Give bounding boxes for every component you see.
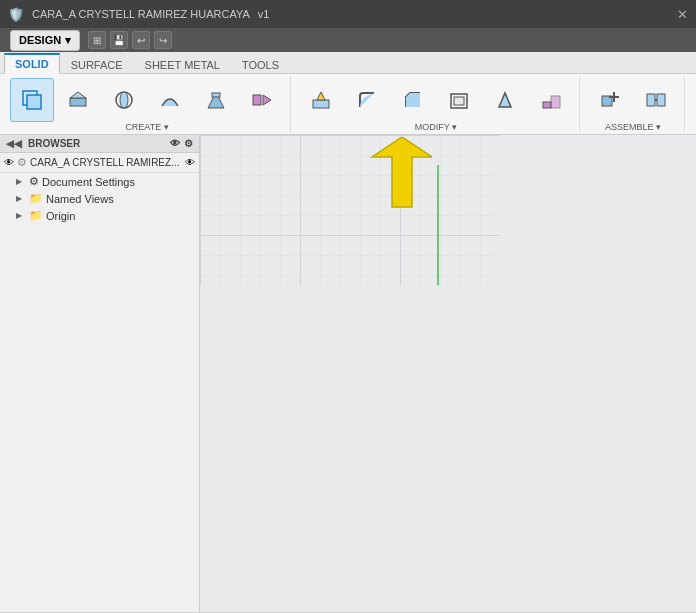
modify-label[interactable]: MODIFY ▾ (415, 122, 457, 132)
create-tools (10, 78, 284, 122)
assemble-tools (588, 78, 678, 122)
browser-header: ◀◀ BROWSER 👁 ⚙ (0, 135, 199, 153)
tool-press-pull[interactable] (299, 78, 343, 122)
svg-point-5 (120, 92, 128, 108)
design-arrow: ▾ (65, 34, 71, 47)
toolbar-section-construct: CONSTRUCT ▾ (687, 76, 696, 132)
tool-more-create[interactable] (240, 78, 284, 122)
browser-item-doc-settings[interactable]: ▶ ⚙ Document Settings (0, 173, 199, 190)
root-eye-icon[interactable]: 👁 (185, 157, 195, 168)
tool-sweep[interactable] (148, 78, 192, 122)
browser-root-item[interactable]: 👁 ⚙ CARA_A CRYSTELL RAMIREZ... 👁 (0, 153, 199, 173)
arrow-named-views: ▶ (16, 194, 26, 203)
svg-rect-2 (70, 98, 86, 106)
tool-chamfer[interactable] (391, 78, 435, 122)
browser-title: BROWSER (22, 138, 170, 149)
root-name: CARA_A CRYSTELL RAMIREZ... (30, 157, 182, 168)
design-label: DESIGN (19, 34, 61, 46)
tool-joint[interactable] (634, 78, 678, 122)
arrow-origin: ▶ (16, 211, 26, 220)
browser-visibility-icon[interactable]: 👁 (170, 138, 180, 149)
title-bar: 🛡️ CARA_A CRYSTELL RAMIREZ HUARCAYA v1 ✕ (0, 0, 696, 28)
app-title: CARA_A CRYSTELL RAMIREZ HUARCAYA (32, 8, 250, 20)
origin-icon: 📁 (29, 209, 43, 222)
svg-marker-9 (263, 95, 271, 105)
create-label[interactable]: CREATE ▾ (125, 122, 168, 132)
qa-save[interactable]: 💾 (110, 31, 128, 49)
tabs-row: SOLID SURFACE SHEET METAL TOOLS (0, 52, 696, 74)
svg-marker-3 (70, 92, 86, 98)
viewport[interactable] (200, 135, 696, 612)
svg-rect-16 (551, 96, 560, 108)
tool-new-comp-assemble[interactable] (588, 78, 632, 122)
assemble-label[interactable]: ASSEMBLE ▾ (605, 122, 661, 132)
qa-undo[interactable]: ↩ (132, 31, 150, 49)
toolbar-section-assemble: ASSEMBLE ▾ (582, 76, 685, 132)
tool-draft[interactable] (483, 78, 527, 122)
tab-surface[interactable]: SURFACE (60, 55, 134, 74)
tool-loft[interactable] (194, 78, 238, 122)
svg-rect-8 (253, 95, 261, 105)
svg-rect-7 (212, 93, 220, 97)
app-version: v1 (258, 8, 270, 20)
svg-rect-13 (454, 97, 464, 105)
tool-fillet[interactable] (345, 78, 389, 122)
svg-rect-21 (657, 94, 665, 106)
modify-tools (299, 78, 573, 122)
design-button[interactable]: DESIGN ▾ (10, 30, 80, 51)
main-area: ◀◀ BROWSER 👁 ⚙ 👁 ⚙ CARA_A CRYSTELL RAMIR… (0, 135, 696, 612)
toolbar-section-create: CREATE ▾ (4, 76, 291, 132)
tab-sheetmetal[interactable]: SHEET METAL (134, 55, 231, 74)
root-type-icon: ⚙ (17, 156, 27, 169)
quick-access-bar: DESIGN ▾ ⊞ 💾 ↩ ↪ (0, 28, 696, 52)
browser-panel: ◀◀ BROWSER 👁 ⚙ 👁 ⚙ CARA_A CRYSTELL RAMIR… (0, 135, 200, 612)
tool-scale[interactable] (529, 78, 573, 122)
close-button[interactable]: ✕ (677, 7, 688, 22)
grid (200, 135, 500, 285)
svg-rect-10 (313, 100, 329, 108)
qa-new[interactable]: ⊞ (88, 31, 106, 49)
root-visibility[interactable]: 👁 (4, 157, 14, 168)
browser-item-origin[interactable]: ▶ 📁 Origin (0, 207, 199, 224)
svg-marker-14 (499, 93, 511, 107)
toolbar-section-modify: MODIFY ▾ (293, 76, 580, 132)
tool-new-component[interactable] (10, 78, 54, 122)
doc-settings-icon: ⚙ (29, 175, 39, 188)
title-left: 🛡️ CARA_A CRYSTELL RAMIREZ HUARCAYA v1 (8, 7, 269, 22)
qa-redo[interactable]: ↪ (154, 31, 172, 49)
tab-tools[interactable]: TOOLS (231, 55, 290, 74)
browser-collapse-icon[interactable]: ◀◀ (6, 138, 22, 149)
toolbar-row: CREATE ▾ (0, 74, 696, 135)
browser-settings-icon[interactable]: ⚙ (184, 138, 193, 149)
svg-rect-15 (543, 102, 551, 108)
browser-item-named-views[interactable]: ▶ 📁 Named Views (0, 190, 199, 207)
svg-rect-1 (27, 95, 41, 109)
svg-marker-6 (208, 96, 224, 108)
svg-rect-30 (200, 135, 500, 285)
tool-extrude[interactable] (56, 78, 100, 122)
tab-solid[interactable]: SOLID (4, 53, 60, 74)
svg-rect-20 (647, 94, 655, 106)
browser-header-icons: 👁 ⚙ (170, 138, 193, 149)
arrow-doc-settings: ▶ (16, 177, 26, 186)
named-views-icon: 📁 (29, 192, 43, 205)
tool-revolve[interactable] (102, 78, 146, 122)
app-icon: 🛡️ (8, 7, 24, 22)
tool-shell[interactable] (437, 78, 481, 122)
svg-marker-11 (317, 92, 325, 100)
